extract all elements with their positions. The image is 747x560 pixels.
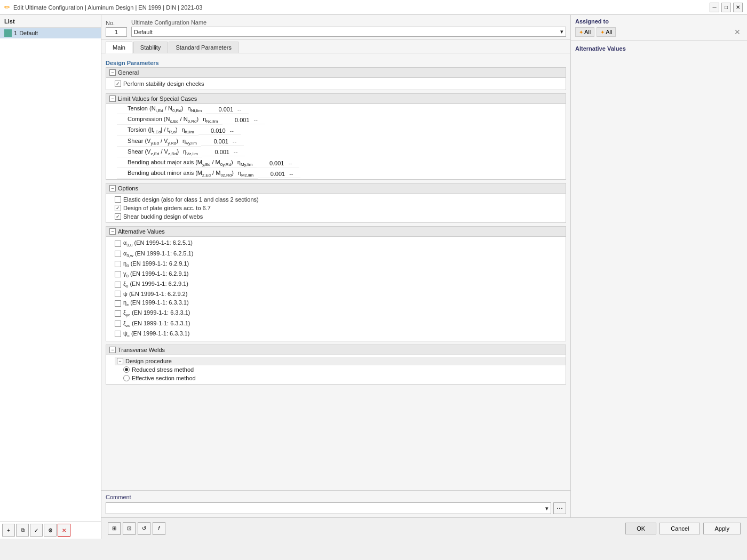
formula-button[interactable]: f [153,522,165,535]
alt-n0-checkbox[interactable] [115,261,121,267]
torsion-eta: ηtt,lim [180,126,198,135]
alt-psic-checkbox[interactable] [115,331,121,337]
alt-x0-checkbox[interactable] [115,282,121,288]
alt-a3w-row: α3,w (EN 1999-1-1: 6.2.5.1) [106,249,566,259]
reduced-stress-row: Reduced stress method [115,365,566,374]
left-panel-tools: + ⧉ ✓ ⚙ ✕ [0,521,101,539]
perform-stability-checkbox[interactable] [115,81,121,87]
list-item[interactable]: 1 Default [0,28,101,38]
tension-value[interactable]: 0.001 [206,106,235,114]
general-collapse[interactable]: − [109,69,116,76]
tab-stability[interactable]: Stability [133,42,168,53]
copy-button[interactable]: ⧉ [16,524,29,537]
alt-psi-checkbox[interactable] [115,291,121,297]
no-container: No. 1 [106,20,127,37]
close-button[interactable]: ✕ [733,3,743,12]
delete-button[interactable]: ✕ [58,524,70,537]
torsion-value[interactable]: 0.010 [198,127,228,135]
bending-my-value[interactable]: 0.001 [257,159,286,167]
alt-a3u-label: α3,u (EN 1999-1-1: 6.2.5.1) [123,239,193,247]
alt-xyc-row: ξyc (EN 1999-1-1: 6.3.3.1) [106,308,566,318]
reduced-stress-radio[interactable] [123,366,130,373]
list-container: 1 Default [0,28,101,38]
alt-y0-label: γ0 (EN 1999-1-1: 6.2.9.1) [123,270,188,278]
maximize-button[interactable]: □ [721,3,731,12]
plate-girders-checkbox[interactable] [115,205,121,211]
comment-label: Comment [106,494,566,500]
transverse-welds-collapse[interactable]: − [109,347,116,353]
title-bar-controls[interactable]: ─ □ ✕ [710,3,743,12]
table-row: Tension (Nt,Ed / N0,Rd) ηNt,lim 0.001 -- [106,104,566,115]
compression-value[interactable]: 0.001 [222,116,252,124]
name-value: Default [134,29,153,35]
assigned-all-second-button[interactable]: ✦ All [597,27,616,37]
no-label: No. [106,20,127,26]
comment-edit-button[interactable]: ⋯ [553,502,566,514]
alt-psic-row: ψc (EN 1999-1-1: 6.3.3.1) [106,329,566,339]
design-procedure-collapse[interactable]: − [117,358,123,364]
list-item-number: 1 [14,30,17,36]
shear-vy-unit: -- [231,138,244,146]
tab-standard[interactable]: Standard Parameters [169,42,239,53]
options-collapse[interactable]: − [109,185,116,191]
elastic-design-row: Elastic design (also for class 1 and cla… [106,195,566,204]
list-item-icon [4,29,12,37]
bottom-left-tools: ⊞ ⊡ ↺ f [108,522,165,535]
elastic-design-checkbox[interactable] [115,196,121,203]
general-label: General [118,69,139,76]
content-columns: No. 1 Ultimate Configuration Name Defaul… [101,15,747,517]
alt-a3w-checkbox[interactable] [115,251,121,257]
alt-n0-label: η0 (EN 1999-1-1: 6.2.9.1) [123,260,189,268]
app-icon: ✏ [4,3,10,11]
bottom-bar: ⊞ ⊡ ↺ f OK Cancel Apply [101,517,747,539]
assigned-clear-button[interactable]: ✕ [732,27,743,37]
shear-vz-value[interactable]: 0.001 [202,148,232,156]
shear-buckling-row: Shear buckling design of webs [106,212,566,221]
bending-mz-value[interactable]: 0.001 [258,170,287,178]
alt-y0-checkbox[interactable] [115,271,121,277]
shear-buckling-label: Shear buckling design of webs [123,213,203,220]
bending-my-unit: -- [286,159,299,167]
add-button[interactable]: + [2,524,15,537]
apply-button[interactable]: Apply [703,523,741,534]
minimize-button[interactable]: ─ [710,3,719,12]
limit-values-table: Tension (Nt,Ed / N0,Rd) ηNt,lim 0.001 --… [106,104,566,179]
effective-section-radio[interactable] [123,375,130,381]
name-dropdown[interactable]: Default ▾ [131,27,566,37]
limit-values-header: − Limit Values for Special Cases [106,94,566,104]
tab-main[interactable]: Main [106,42,132,53]
alt-xyc-checkbox[interactable] [115,310,121,317]
alt-nc-checkbox[interactable] [115,300,121,307]
transverse-welds-content: − Design procedure Reduced stress method [106,355,566,384]
alt-values-section: − Alternative Values α3,u (EN 1999-1-1: … [106,226,566,341]
undo-button[interactable]: ↺ [138,522,150,535]
ok-button[interactable]: OK [625,523,656,534]
alt-a3u-checkbox[interactable] [115,241,121,247]
frame-view-button[interactable]: ⊡ [123,522,136,535]
alt-nc-row: ηc (EN 1999-1-1: 6.3.3.1) [106,298,566,308]
assigned-all-first-button[interactable]: ✦ All [575,27,594,37]
table-row: Shear (Vy,Ed / Vy,Rd) ηVy,lim 0.001 -- [106,137,566,147]
no-value[interactable]: 1 [106,27,127,37]
shear-buckling-checkbox[interactable] [115,213,121,220]
list-header: List [0,15,101,28]
title-bar-left: ✏ Edit Ultimate Configuration | Aluminum… [4,3,202,11]
alt-xzc-checkbox[interactable] [115,321,121,327]
shear-vy-value[interactable]: 0.001 [201,138,231,146]
validate-button[interactable]: ✓ [30,524,43,537]
title-text: Edit Ultimate Configuration | Aluminum D… [13,4,202,11]
cancel-button[interactable]: Cancel [659,523,700,534]
limit-values-collapse[interactable]: − [109,95,116,102]
settings-button[interactable]: ⚙ [44,524,57,537]
general-section: − General Perform stability design check… [106,67,566,90]
comment-input-row: ▾ ⋯ [106,502,566,514]
design-procedure-label: Design procedure [125,358,172,364]
comment-dropdown[interactable]: ▾ [106,502,551,514]
effective-section-label: Effective section method [132,375,196,381]
grid-view-button[interactable]: ⊞ [108,522,121,535]
design-procedure-container: − Design procedure Reduced stress method [106,357,566,382]
assigned-to-label: Assigned to [575,18,743,25]
alt-values-collapse[interactable]: − [109,228,116,235]
assigned-all-second-label: All [606,29,612,35]
plate-girders-row: Design of plate girders acc. to 6.7 [106,204,566,212]
